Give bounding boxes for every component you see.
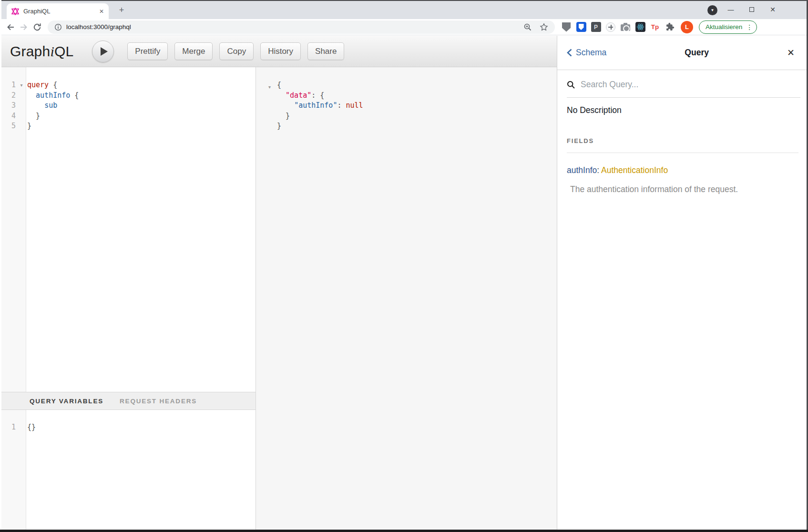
p-extension-icon[interactable]: P <box>591 22 601 32</box>
execute-query-button[interactable] <box>92 41 114 62</box>
doc-back-label: Schema <box>576 48 606 58</box>
field-name-link[interactable]: authInfo <box>567 165 597 175</box>
doc-back-link[interactable]: Schema <box>567 48 606 58</box>
window-frame-bottom <box>0 530 808 532</box>
address-bar[interactable]: localhost:3000/graphql <box>48 20 555 34</box>
field-description: The authentication information of the re… <box>567 184 798 194</box>
doc-body: No Description FIELDS authInfo: Authenti… <box>557 98 808 194</box>
screenshot-extension-icon[interactable] <box>620 22 631 32</box>
forward-icon <box>19 22 29 32</box>
line-number: 5 <box>0 121 16 132</box>
new-tab-button[interactable]: + <box>116 4 127 16</box>
tab-search-button[interactable]: ▼ <box>707 5 717 15</box>
copy-button[interactable]: Copy <box>219 42 254 60</box>
graphiql-logo: GraphiQL <box>10 43 73 60</box>
line-number: 4 <box>0 111 16 122</box>
field-type-link[interactable]: AuthenticationInfo <box>601 165 668 175</box>
tampermonkey-extension-icon[interactable]: Tp <box>650 22 660 32</box>
ublock-origin-extension-icon[interactable] <box>561 22 572 32</box>
browser-toolbar: localhost:3000/graphql P <box>0 19 808 35</box>
line-number: 1 <box>0 422 16 433</box>
code-line: 1 {} <box>0 422 256 433</box>
code-line: 5 } <box>0 121 256 132</box>
field-separator: : <box>597 165 601 175</box>
doc-search-input[interactable] <box>581 80 800 90</box>
shield-icon <box>576 22 586 32</box>
editors: 1 ▾ query { 2 authInfo { 3 s <box>0 67 557 530</box>
forward-button[interactable] <box>17 20 31 34</box>
play-icon <box>101 47 108 56</box>
window-frame-top <box>0 0 808 1</box>
search-icon <box>567 81 575 89</box>
maximize-icon <box>749 7 754 12</box>
star-icon <box>540 23 548 31</box>
merge-button[interactable]: Merge <box>174 42 213 60</box>
reload-icon <box>32 22 42 32</box>
variables-title-bar: QUERY VARIABLES REQUEST HEADERS <box>0 392 256 410</box>
doc-title: Query <box>606 48 787 58</box>
type-description: No Description <box>567 105 798 115</box>
fields-section-label: FIELDS <box>567 137 798 144</box>
bookmark-button[interactable] <box>540 23 548 31</box>
puzzle-icon <box>665 22 675 31</box>
fold-arrow-icon[interactable]: ▾ <box>16 80 27 91</box>
result-line: "data": { <box>277 91 557 101</box>
tab-strip: GraphiQL ✕ + ▼ — ✕ <box>0 0 808 19</box>
extensions-row: P Tp <box>561 22 675 32</box>
update-label: Aktualisieren <box>706 23 742 31</box>
move-tool-extension-icon[interactable] <box>605 22 616 32</box>
window-minimize-button[interactable]: — <box>723 0 739 19</box>
code-line: 4 } <box>0 111 256 122</box>
line-number: 1 <box>0 80 16 91</box>
variables-editor[interactable]: 1 {} <box>0 410 256 530</box>
window-close-button[interactable]: ✕ <box>765 0 781 19</box>
zoom-icon <box>523 23 532 31</box>
back-button[interactable] <box>4 20 17 34</box>
extensions-menu-button[interactable] <box>665 22 675 32</box>
query-editor[interactable]: 1 ▾ query { 2 authInfo { 3 s <box>0 67 256 392</box>
doc-explorer-header: Schema Query ✕ <box>557 36 808 70</box>
doc-close-icon[interactable]: ✕ <box>787 47 795 58</box>
code-line: 3 sub <box>0 101 256 111</box>
result-line: "authInfo": null <box>277 101 557 111</box>
history-button[interactable]: History <box>260 42 301 60</box>
chevron-left-icon <box>567 49 572 57</box>
line-number: 3 <box>0 101 16 111</box>
browser-update-button[interactable]: Aktualisieren ⋮ <box>699 20 757 34</box>
browser-tab[interactable]: GraphiQL ✕ <box>7 3 109 19</box>
share-button[interactable]: Share <box>307 42 344 60</box>
tab-close-icon[interactable]: ✕ <box>99 8 104 15</box>
query-pane: 1 ▾ query { 2 authInfo { 3 s <box>0 67 256 530</box>
fields-divider <box>567 153 798 153</box>
back-icon <box>6 22 15 32</box>
request-headers-tab[interactable]: REQUEST HEADERS <box>120 398 197 405</box>
field-row: authInfo: AuthenticationInfo <box>567 165 798 175</box>
result-line: { <box>277 80 557 91</box>
query-variables-tab[interactable]: QUERY VARIABLES <box>30 398 103 405</box>
window-maximize-button[interactable] <box>744 0 760 19</box>
result-viewer[interactable]: ▾ { "data": { "authInfo": null } <box>256 67 557 530</box>
prettify-button[interactable]: Prettify <box>127 42 168 60</box>
zoom-button[interactable] <box>523 23 532 31</box>
react-devtools-extension-icon[interactable] <box>635 22 645 32</box>
line-number: 2 <box>0 91 16 101</box>
reload-button[interactable] <box>31 20 44 34</box>
cross-icon <box>606 22 615 32</box>
code-line: 2 authInfo { <box>0 91 256 101</box>
graphiql-app: GraphiQL Prettify Merge Copy History Sha… <box>0 36 808 530</box>
bitwarden-extension-icon[interactable] <box>576 22 586 32</box>
kebab-menu-icon[interactable]: ⋮ <box>746 23 753 31</box>
url-text: localhost:3000/graphql <box>66 23 516 31</box>
result-line: } <box>277 111 557 122</box>
atom-icon <box>635 22 645 32</box>
window-frame-left <box>0 0 1 532</box>
code-line: 1 ▾ query { <box>0 80 256 91</box>
editor-section: GraphiQL Prettify Merge Copy History Sha… <box>0 36 557 530</box>
doc-explorer-panel: Schema Query ✕ No Description FIELDS aut… <box>557 36 808 530</box>
site-info-icon[interactable] <box>54 23 62 31</box>
graphql-favicon-icon <box>11 8 19 15</box>
result-line: } <box>277 121 557 132</box>
shield-icon <box>562 22 571 32</box>
fold-arrow-icon[interactable]: ▾ <box>268 82 271 92</box>
profile-avatar[interactable]: L <box>681 21 693 33</box>
